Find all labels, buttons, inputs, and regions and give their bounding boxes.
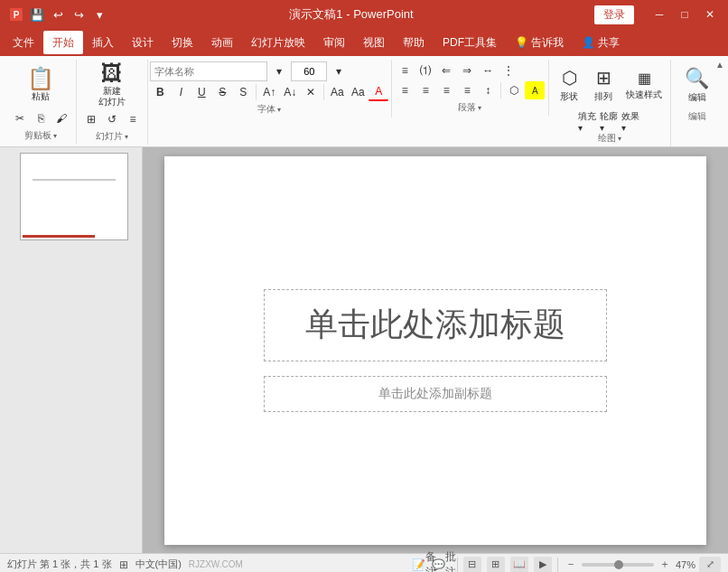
line-spacing-button[interactable]: ↕: [478, 81, 498, 99]
thumb-title-line: [33, 179, 115, 181]
paste-icon: 📋: [27, 68, 54, 89]
comments-button[interactable]: 💬 批注: [437, 558, 452, 572]
menu-insert[interactable]: 插入: [83, 31, 123, 54]
menu-tell-me[interactable]: 💡 告诉我: [506, 31, 573, 54]
menu-share[interactable]: 👤 共享: [573, 31, 629, 54]
bullet-list-button[interactable]: ≡: [395, 61, 415, 80]
shape-effect-button[interactable]: 效果▾: [621, 112, 641, 130]
close-button[interactable]: ✕: [699, 5, 721, 24]
menu-pdf[interactable]: PDF工具集: [434, 31, 506, 54]
minimize-button[interactable]: ─: [649, 5, 670, 24]
title-placeholder[interactable]: 单击此处添加标题: [264, 289, 607, 361]
font-name-input[interactable]: [150, 61, 267, 81]
menu-slideshow[interactable]: 幻灯片放映: [242, 31, 314, 54]
zoom-handle: [614, 560, 623, 569]
font-size-btn[interactable]: Aa: [327, 83, 347, 101]
shape-button[interactable]: ⬡ 形状: [553, 61, 585, 108]
underline-button[interactable]: U: [191, 83, 211, 101]
draw-expand-icon[interactable]: ▾: [618, 135, 621, 143]
menu-help[interactable]: 帮助: [394, 31, 434, 54]
menu-design[interactable]: 设计: [123, 31, 163, 54]
slide-canvas[interactable]: 单击此处添加标题 单击此处添加副标题: [164, 156, 706, 545]
undo-icon[interactable]: ↩: [49, 5, 67, 23]
font-name-dropdown-icon[interactable]: ▾: [269, 62, 289, 80]
title-bar-right: 登录 ─ □ ✕: [594, 5, 721, 24]
customize-icon[interactable]: ▾: [90, 5, 108, 23]
rtl-button[interactable]: ↔: [478, 61, 498, 80]
zoom-in-button[interactable]: ＋: [658, 558, 672, 572]
font-case-btn[interactable]: Aa: [348, 83, 368, 101]
layout-button[interactable]: ⊞: [81, 110, 101, 128]
align-right-button[interactable]: ≡: [436, 81, 456, 99]
search-icon: 🔍: [685, 67, 709, 90]
status-bar-right: 📝 备注 💬 批注 ⊟ ⊞ 📖 ▶ － ＋ 47% ⤢: [417, 557, 721, 573]
justify-button[interactable]: ≡: [457, 81, 477, 99]
ribbon-group-drawing: ⬡ 形状 ⊞ 排列 ▦ 快速样式 填充▾ 轮廓▾ 效果▾: [549, 60, 671, 146]
slide-thumbnail[interactable]: [20, 153, 128, 240]
subtitle-placeholder[interactable]: 单击此处添加副标题: [264, 376, 607, 412]
shape-fill-button[interactable]: 填充▾: [578, 112, 598, 130]
slide-status-icon: ⊞: [119, 558, 128, 571]
copy-button[interactable]: ⎘: [31, 109, 51, 127]
para-expand-icon[interactable]: ▾: [478, 104, 481, 112]
smart-art-button[interactable]: ⬡: [504, 81, 524, 99]
slides-expand-icon[interactable]: ▾: [125, 133, 128, 141]
slideshow-button[interactable]: ▶: [534, 557, 552, 573]
reset-button[interactable]: ↺: [102, 110, 122, 128]
new-slide-icon: 🖼: [101, 62, 123, 84]
menu-transitions[interactable]: 切换: [163, 31, 202, 54]
ribbon-group-slides: 🖼 新建幻灯片 ⊞ ↺ ≡ 幻灯片 ▾: [77, 60, 148, 145]
shape-icon: ⬡: [562, 67, 577, 89]
highlight-button[interactable]: A: [525, 81, 545, 99]
decrease-indent-button[interactable]: ⇐: [436, 61, 456, 80]
redo-icon[interactable]: ↪: [70, 5, 88, 23]
save-icon[interactable]: 💾: [28, 5, 46, 23]
strikethrough-button[interactable]: S: [212, 83, 232, 101]
increase-indent-button[interactable]: ⇒: [457, 61, 477, 80]
zoom-out-button[interactable]: －: [564, 558, 578, 572]
columns-button[interactable]: ⋮: [499, 61, 518, 80]
shape-outline-button[interactable]: 轮廓▾: [600, 112, 620, 130]
clipboard-expand-icon[interactable]: ▾: [53, 132, 57, 140]
font-size-dropdown-icon[interactable]: ▾: [329, 62, 349, 80]
login-button[interactable]: 登录: [594, 5, 634, 24]
maximize-button[interactable]: □: [674, 5, 695, 24]
window-title: 演示文稿1 - PowerPoint: [108, 6, 594, 23]
quick-style-button[interactable]: ▦ 快速样式: [621, 61, 667, 108]
cut-button[interactable]: ✂: [10, 109, 30, 127]
slide-sorter-button[interactable]: ⊞: [487, 557, 505, 573]
new-slide-button[interactable]: 🖼 新建幻灯片: [89, 61, 135, 108]
menu-view[interactable]: 视图: [354, 31, 394, 54]
bold-button[interactable]: B: [150, 83, 170, 101]
menu-file[interactable]: 文件: [4, 31, 43, 54]
menu-home[interactable]: 开始: [43, 31, 83, 54]
zoom-level: 47%: [676, 559, 695, 570]
title-bar: P 💾 ↩ ↪ ▾ 演示文稿1 - PowerPoint 登录 ─ □ ✕: [0, 0, 728, 29]
text-shadow-button[interactable]: S: [233, 83, 253, 101]
find-button[interactable]: 🔍 编辑: [677, 61, 718, 108]
arrange-button[interactable]: ⊞ 排列: [587, 61, 620, 108]
menu-review[interactable]: 审阅: [314, 31, 354, 54]
italic-button[interactable]: I: [171, 83, 191, 101]
notes-button[interactable]: 📝 备注: [417, 558, 432, 572]
format-painter-button[interactable]: 🖌: [51, 109, 71, 127]
align-center-button[interactable]: ≡: [415, 81, 435, 99]
zoom-slider[interactable]: [582, 563, 654, 567]
clear-format-button[interactable]: ✕: [301, 83, 321, 101]
numbered-list-button[interactable]: ⑴: [415, 61, 435, 80]
font-expand-icon[interactable]: ▾: [277, 106, 281, 114]
section-button[interactable]: ≡: [123, 110, 143, 128]
fit-slide-button[interactable]: ⤢: [699, 557, 721, 573]
ribbon-collapse-icon[interactable]: ▲: [715, 60, 724, 70]
decrease-font-button[interactable]: A↓: [280, 83, 300, 101]
font-size-input[interactable]: [291, 61, 327, 81]
align-left-button[interactable]: ≡: [395, 81, 415, 99]
quick-access-toolbar: P 💾 ↩ ↪ ▾: [7, 5, 108, 23]
increase-font-button[interactable]: A↑: [259, 83, 279, 101]
font-color-button[interactable]: A: [369, 83, 388, 101]
divider-1: [256, 84, 257, 100]
menu-animations[interactable]: 动画: [202, 31, 242, 54]
paste-button[interactable]: 📋 粘贴: [20, 61, 61, 108]
reading-view-button[interactable]: 📖: [510, 557, 528, 573]
normal-view-button[interactable]: ⊟: [463, 557, 481, 573]
